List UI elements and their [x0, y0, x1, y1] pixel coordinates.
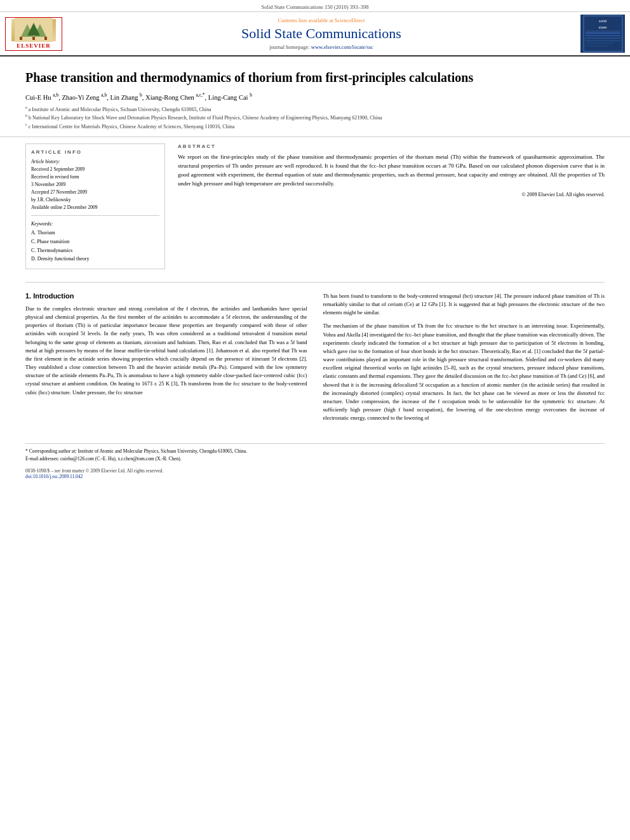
email-addresses: E-mail addresses: cuiehu@126.com (C.-E. …: [25, 455, 605, 463]
abstract-text: We report on the first-principles study …: [178, 153, 605, 189]
keywords-title: Keywords:: [31, 221, 159, 227]
affil-ac: a,c,*: [196, 92, 204, 98]
article-info-box: ARTICLE INFO Article history: Received 2…: [25, 143, 165, 269]
svg-rect-6: [44, 37, 47, 40]
affiliation-b: b b National Key Laboratory for Shock Wa…: [25, 113, 605, 122]
doi-line[interactable]: doi:10.1016/j.ssc.2009.11.042: [25, 474, 605, 479]
received-revised-label: Received in revised form: [31, 173, 159, 181]
journal-main-title: Solid State Communications: [69, 25, 574, 42]
keyword-4: D. Density functional theory: [31, 255, 159, 263]
abstract-section: ABSTRACT We report on the first-principl…: [178, 143, 605, 197]
affil-b2: b: [250, 92, 252, 98]
svg-rect-13: [586, 35, 620, 36]
accepted-date: Accepted 27 November 2009: [31, 189, 159, 196]
copyright-text: © 2009 Elsevier Ltd. All rights reserved…: [178, 192, 605, 197]
right-content-column: Th has been found to transform to the bo…: [323, 292, 605, 428]
top-banner: ELSEVIER Contents lists available at Sci…: [0, 12, 630, 57]
article-info-header: ARTICLE INFO: [31, 149, 159, 155]
handled-by: by J.R. Chelikowsky: [31, 196, 159, 204]
authors-line: Cui-E Hu a,b, Zhao-Yi Zeng a,b, Lin Zhan…: [25, 92, 605, 101]
keyword-3: C. Thermodynamics: [31, 246, 159, 255]
journal-header: Solid State Communications 150 (2010) 39…: [0, 0, 630, 12]
journal-homepage: journal homepage: www.elsevier.com/locat…: [69, 44, 574, 50]
keywords-section: Keywords: A. Thorium C. Phase transition…: [31, 221, 159, 263]
homepage-url[interactable]: www.elsevier.com/locate/ssc: [311, 44, 373, 50]
svg-rect-5: [20, 37, 22, 40]
homepage-label: journal homepage:: [269, 44, 310, 50]
journal-citation: Solid State Communications 150 (2010) 39…: [262, 4, 369, 10]
author-comma4: , Ling-Cang Cai: [205, 94, 250, 101]
author-cui-e-hu: Cui-E Hu: [25, 94, 53, 101]
received-date: Received 2 September 2009: [31, 166, 159, 173]
elsevier-wordmark: ELSEVIER: [17, 43, 51, 49]
svg-rect-16: [586, 43, 614, 44]
article-title-section: Phase transition and thermodynamics of t…: [0, 57, 630, 137]
svg-rect-12: [586, 32, 620, 34]
affiliations: a a Institute of Atomic and Molecular Ph…: [25, 105, 605, 131]
journal-title-area: Contents lists available at ScienceDirec…: [69, 17, 574, 50]
svg-text:state: state: [598, 25, 607, 29]
available-online: Available online 2 December 2009: [31, 204, 159, 211]
keyword-2: C. Phase transition: [31, 237, 159, 246]
svg-rect-15: [586, 40, 620, 41]
introduction-section-title: 1. Introduction: [25, 292, 307, 300]
svg-rect-14: [586, 37, 620, 39]
footer-info: 0038-1098/$ – see front matter © 2009 El…: [0, 463, 630, 483]
affiliation-a: a a Institute of Atomic and Molecular Ph…: [25, 105, 605, 114]
author-comma3: , Xiang-Rong Chen: [142, 94, 196, 101]
sciencedirect-name[interactable]: ScienceDirect: [335, 17, 365, 23]
author-comma2: , Lin Zhang: [107, 94, 140, 101]
article-title: Phase transition and thermodynamics of t…: [25, 69, 605, 86]
abstract-column: ABSTRACT We report on the first-principl…: [178, 143, 605, 275]
keyword-1: A. Thorium: [31, 229, 159, 237]
right-paragraph-2: The mechanism of the phase transition of…: [323, 322, 605, 422]
revised-date: 3 November 2009: [31, 181, 159, 189]
abstract-header: ABSTRACT: [178, 143, 605, 149]
contents-text: Contents lists available at: [278, 17, 333, 23]
sciencedirect-link: Contents lists available at ScienceDirec…: [69, 17, 574, 23]
affil-ab: a,b: [101, 92, 107, 98]
author-comma1: , Zhao-Yi Zeng: [58, 94, 101, 101]
introduction-column: 1. Introduction Due to the complex elect…: [25, 292, 307, 428]
corresponding-author: * Corresponding author at: Institute of …: [25, 448, 605, 455]
issn-line: 0038-1098/$ – see front matter © 2009 El…: [25, 468, 605, 474]
article-history: Article history: Received 2 September 20…: [31, 158, 159, 211]
svg-rect-17: [586, 45, 608, 46]
svg-rect-4: [32, 37, 35, 40]
affil-a: a,b: [53, 92, 58, 98]
svg-text:solid: solid: [598, 19, 606, 23]
footnotes-section: * Corresponding author at: Institute of …: [25, 443, 605, 463]
solid-state-logo: solid state: [580, 15, 625, 53]
history-label: Article history:: [31, 158, 159, 166]
article-info-column: ARTICLE INFO Article history: Received 2…: [25, 143, 165, 275]
elsevier-logo: ELSEVIER: [5, 17, 62, 51]
right-paragraph-1: Th has been found to transform to the bo…: [323, 292, 605, 317]
elsevier-emblem: [11, 19, 56, 41]
info-abstract-section: ARTICLE INFO Article history: Received 2…: [0, 137, 630, 281]
introduction-paragraph: Due to the complex electronic structure …: [25, 305, 307, 397]
affiliation-c: c c International Centre for Materials P…: [25, 122, 605, 131]
main-content: 1. Introduction Due to the complex elect…: [0, 283, 630, 437]
